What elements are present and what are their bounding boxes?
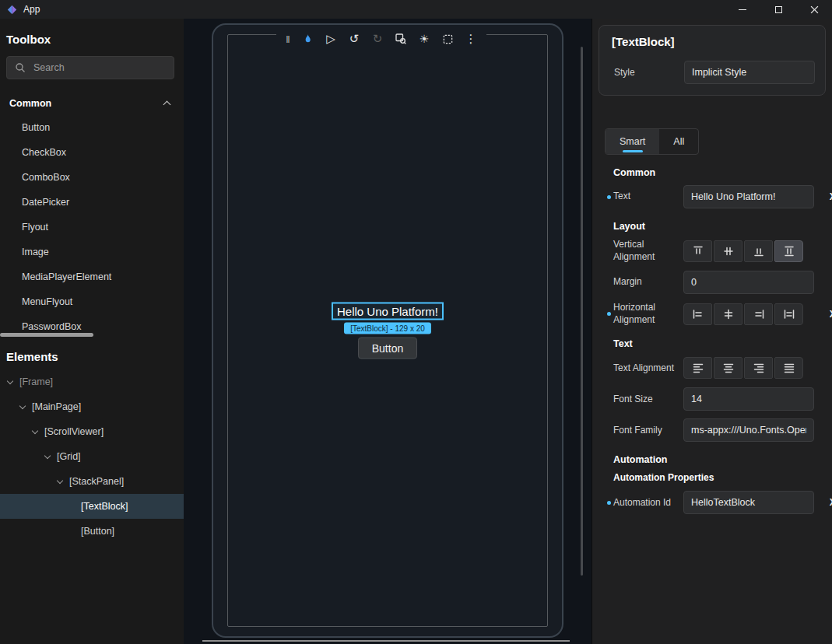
horizontal-alignment-label: Horizontal Alignment (613, 302, 683, 326)
property-row-margin: Margin (592, 271, 832, 294)
property-row-text-alignment: Text Alignment (592, 356, 832, 380)
margin-input[interactable] (683, 271, 814, 294)
tree-item-frame[interactable]: [Frame] (0, 369, 184, 394)
toolbox-item-flyout[interactable]: Flyout (0, 215, 184, 240)
tree-item-textblock-selected[interactable]: [TextBlock] (0, 494, 184, 519)
toolbox-item-button[interactable]: Button (0, 115, 184, 140)
tree-item-stackpanel[interactable]: [StackPanel] (0, 469, 184, 494)
close-button[interactable] (796, 0, 832, 19)
titlebar: App (0, 0, 832, 19)
toolbox-item-checkbox[interactable]: CheckBox (0, 140, 184, 165)
tree-item-grid[interactable]: [Grid] (0, 444, 184, 469)
vertical-alignment-options (683, 240, 803, 262)
elements-title: Elements (6, 350, 184, 363)
chevron-down-icon[interactable] (19, 402, 26, 408)
clipped-action-icon[interactable] (830, 309, 832, 320)
chevron-down-icon[interactable] (32, 427, 38, 433)
undo-button[interactable]: ↺ (345, 30, 363, 48)
hot-design-toolbar: ‖ ▷ ↺ ↻ ☀ (276, 28, 486, 50)
tree-item-button[interactable]: [Button] (0, 519, 184, 544)
chevron-down-icon[interactable] (44, 452, 51, 458)
valign-top-icon (692, 245, 704, 257)
valign-stretch-button[interactable] (774, 240, 803, 262)
valign-bottom-button[interactable] (744, 240, 773, 262)
element-picker-button[interactable] (391, 30, 410, 48)
chevron-down-icon[interactable] (57, 477, 63, 483)
toolbox-item-image[interactable]: Image (0, 240, 184, 264)
property-row-text: Text (592, 185, 832, 208)
toolbox-item-mediaplayerelement[interactable]: MediaPlayerElement (0, 264, 184, 289)
vertical-alignment-label: Vertical Alignment (613, 239, 683, 263)
text-align-right-icon (753, 362, 765, 374)
chevron-down-icon[interactable] (7, 377, 13, 383)
font-size-label: Font Size (613, 394, 683, 406)
elements-tree: [Frame] [MainPage] [ScrollViewer] [Grid]… (0, 369, 184, 544)
property-row-automation-id: Automation Id (592, 491, 832, 514)
text-align-right-button[interactable] (744, 357, 773, 379)
canvas-vertical-scrollbar[interactable] (581, 47, 583, 576)
canvas-button[interactable]: Button (358, 338, 417, 359)
halign-center-icon (722, 308, 735, 320)
toolbar-drag-handle[interactable]: ‖ (283, 30, 293, 48)
play-button[interactable]: ▷ (321, 30, 340, 48)
tree-item-scrollviewer[interactable]: [ScrollViewer] (0, 419, 184, 444)
canvas-horizontal-scrollbar[interactable] (202, 640, 570, 642)
text-property-input[interactable] (683, 185, 814, 208)
text-align-justify-button[interactable] (774, 357, 803, 379)
more-options-button[interactable]: ⋮ (462, 30, 480, 48)
style-input[interactable] (684, 61, 815, 84)
chevron-up-icon (163, 101, 171, 109)
minimize-icon (739, 9, 746, 10)
halign-left-button[interactable] (683, 303, 712, 325)
hot-reload-flame-icon[interactable] (298, 30, 317, 48)
toolbox-item-menuflyout[interactable]: MenuFlyout (0, 289, 184, 314)
tree-item-mainpage[interactable]: [MainPage] (0, 394, 184, 419)
search-input[interactable] (6, 56, 174, 79)
property-row-font-family: Font Family (592, 418, 832, 442)
value-set-indicator (607, 312, 611, 316)
clipped-action-icon[interactable] (830, 191, 832, 202)
halign-stretch-button[interactable] (774, 303, 803, 325)
margin-label: Margin (613, 276, 683, 289)
valign-top-button[interactable] (683, 240, 712, 262)
selected-element-header-card: [TextBlock] Style (599, 25, 826, 96)
toolbox-search (6, 56, 174, 79)
text-align-center-button[interactable] (714, 357, 742, 379)
horizontal-alignment-options (683, 303, 803, 325)
section-text: Text (613, 338, 832, 349)
canvas-textblock[interactable]: Hello Uno Platform! (332, 303, 444, 320)
font-size-input[interactable] (683, 387, 814, 411)
font-family-label: Font Family (613, 425, 683, 437)
design-canvas: ‖ ▷ ↺ ↻ ☀ (184, 19, 592, 644)
maximize-button[interactable] (760, 0, 796, 19)
toolbox-scrollbar-thumb[interactable] (0, 333, 93, 337)
valign-center-button[interactable] (714, 240, 742, 262)
frame-outline-button[interactable] (438, 30, 457, 48)
toolbox-item-datepicker[interactable]: DatePicker (0, 190, 184, 215)
property-row-vertical-alignment: Vertical Alignment (592, 239, 832, 263)
redo-button[interactable]: ↻ (368, 30, 387, 48)
halign-right-button[interactable] (744, 303, 773, 325)
clipped-action-icon[interactable] (830, 497, 832, 508)
tab-all[interactable]: All (659, 129, 698, 154)
text-alignment-options (683, 357, 803, 379)
theme-toggle-button[interactable]: ☀ (415, 30, 434, 48)
halign-center-button[interactable] (714, 303, 742, 325)
toolbox-item-combobox[interactable]: ComboBox (0, 165, 184, 190)
section-layout: Layout (613, 221, 832, 232)
halign-left-icon (692, 308, 704, 320)
section-label: Common (9, 98, 51, 109)
text-align-left-icon (692, 362, 704, 374)
valign-bottom-icon (753, 245, 765, 257)
section-automation: Automation (613, 454, 832, 465)
toolbox-section-common[interactable]: Common (0, 92, 184, 115)
minimize-button[interactable] (725, 0, 760, 19)
style-label: Style (614, 67, 684, 78)
tab-smart[interactable]: Smart (606, 129, 659, 154)
value-set-indicator (607, 501, 611, 505)
font-family-input[interactable] (683, 418, 814, 442)
halign-stretch-icon (783, 308, 795, 320)
text-align-left-button[interactable] (683, 357, 712, 379)
selection-size-badge: [TextBlock] - 129 x 20 (344, 323, 431, 334)
automation-id-input[interactable] (683, 491, 814, 514)
